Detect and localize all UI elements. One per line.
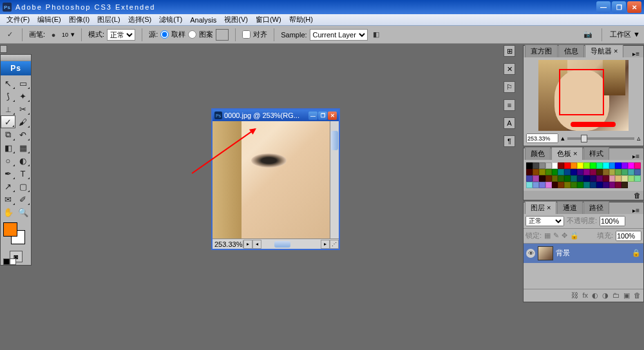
zoom-tool[interactable]: 🔍 (15, 206, 30, 219)
sample-select[interactable]: Current Layer (310, 29, 368, 41)
lock-move-icon[interactable]: ✥ (562, 231, 567, 240)
tab-channels[interactable]: 通道 (557, 201, 583, 214)
vertical-scrollbar[interactable] (330, 121, 339, 238)
swatch[interactable] (552, 182, 558, 188)
slice-tool[interactable]: ✂ (15, 102, 30, 115)
swatch[interactable] (533, 182, 539, 188)
swatch[interactable] (577, 162, 583, 169)
swatch[interactable] (539, 162, 545, 169)
swatch[interactable] (615, 175, 621, 182)
visibility-icon[interactable]: 👁 (526, 249, 535, 258)
dock-icon-1[interactable]: ⊞ (504, 45, 515, 57)
info-icon[interactable]: ▸ (243, 240, 252, 249)
swatch[interactable] (564, 175, 571, 182)
blur-tool[interactable]: ○ (1, 154, 15, 167)
stamp-tool[interactable]: ⧉ (1, 128, 15, 141)
trash-icon[interactable]: 🗑 (634, 191, 641, 199)
swatch[interactable] (628, 169, 634, 175)
doc-close-button[interactable]: ✕ (328, 112, 337, 120)
minimize-button[interactable]: — (596, 1, 611, 13)
swatch[interactable] (564, 162, 571, 169)
doc-minimize-button[interactable]: — (308, 112, 317, 120)
swatch[interactable] (621, 169, 628, 175)
swatch[interactable] (590, 182, 596, 188)
pen-tool[interactable]: ✒ (1, 167, 15, 180)
document-title-bar[interactable]: Ps 0000.jpg @ 253%(RG... — ❐ ✕ (213, 110, 339, 121)
brush-dropdown-icon[interactable]: ▾ (71, 30, 75, 39)
swatch[interactable] (558, 162, 564, 169)
panel-menu-icon[interactable]: ▸≡ (630, 50, 642, 57)
group-icon[interactable]: 🗀 (612, 291, 620, 299)
swatch[interactable] (615, 162, 621, 169)
swatch[interactable] (526, 162, 533, 169)
swatch[interactable] (577, 175, 583, 182)
swatch[interactable] (545, 182, 552, 188)
swatch[interactable] (558, 169, 564, 175)
notes-tool[interactable]: ✉ (1, 193, 15, 206)
type-tool[interactable]: T (15, 167, 30, 180)
tab-paths[interactable]: 路径 (583, 201, 609, 214)
swatch[interactable] (621, 162, 628, 169)
opacity-input[interactable] (600, 216, 625, 226)
swatch[interactable] (621, 175, 628, 182)
document-canvas[interactable] (213, 121, 339, 238)
swatch[interactable] (571, 182, 577, 188)
new-layer-icon[interactable]: ▣ (623, 291, 630, 300)
scroll-left-icon[interactable]: ◂ (252, 240, 261, 249)
swatch[interactable] (609, 182, 616, 188)
link-icon[interactable]: ⛓ (571, 291, 578, 299)
panel-menu-icon[interactable]: ▸≡ (630, 153, 642, 160)
foreground-color[interactable] (3, 222, 17, 237)
delete-icon[interactable]: 🗑 (634, 291, 641, 299)
dock-icon-6[interactable]: ¶ (504, 135, 515, 147)
menu-edit[interactable]: 编辑(E) (33, 15, 65, 24)
default-colors[interactable] (3, 258, 16, 265)
brush-preview-icon[interactable]: ● (48, 29, 59, 41)
swatch[interactable] (583, 175, 590, 182)
shape-tool[interactable]: ▢ (15, 180, 30, 193)
move-tool[interactable]: ↖ (1, 77, 15, 90)
swatch[interactable] (603, 162, 609, 169)
zoom-in-icon[interactable]: ▵ (637, 134, 641, 142)
lock-pixels-icon[interactable]: ▦ (544, 231, 551, 240)
close-button[interactable]: ✕ (627, 1, 641, 13)
path-tool[interactable]: ↗ (1, 180, 15, 193)
tab-info[interactable]: 信息 (558, 44, 584, 57)
fill-input[interactable] (616, 231, 641, 241)
swatch[interactable] (545, 175, 552, 182)
lock-brush-icon[interactable]: ✎ (553, 231, 559, 240)
swatch[interactable] (615, 182, 621, 188)
swatch[interactable] (583, 169, 590, 175)
resize-grip-icon[interactable]: ⋰ (330, 240, 339, 249)
swatch[interactable] (552, 169, 558, 175)
dock-icon-4[interactable]: ≡ (504, 99, 515, 111)
swatch[interactable] (552, 175, 558, 182)
menu-layer[interactable]: 图层(L) (93, 15, 124, 24)
lock-all-icon[interactable]: 🔒 (570, 231, 579, 240)
blend-mode-select[interactable]: 正常 (526, 216, 564, 226)
lasso-tool[interactable]: ⟆ (1, 90, 15, 102)
swatch[interactable] (571, 162, 577, 169)
tab-swatches[interactable]: 色板 × (551, 147, 583, 160)
swatch[interactable] (539, 182, 545, 188)
dock-icon-2[interactable]: ✕ (504, 63, 515, 75)
mask-icon[interactable]: ◐ (592, 291, 598, 300)
swatch[interactable] (583, 182, 590, 188)
navigator-thumbnail[interactable] (538, 60, 629, 131)
swatch[interactable] (634, 175, 641, 182)
bridge-icon[interactable]: 📷 (582, 29, 594, 41)
menu-help[interactable]: 帮助(H) (285, 15, 317, 24)
workspace-menu[interactable]: 工作区 ▼ (610, 30, 640, 39)
swatch[interactable] (539, 169, 545, 175)
fx-icon[interactable]: fx (582, 291, 588, 299)
scroll-right-icon[interactable]: ▸ (321, 240, 330, 249)
marquee-tool[interactable]: ▭ (15, 77, 30, 90)
layer-thumbnail[interactable] (538, 246, 553, 260)
tab-styles[interactable]: 样式 (583, 147, 609, 160)
align-checkbox[interactable] (242, 30, 251, 39)
doc-maximize-button[interactable]: ❐ (318, 112, 327, 120)
layer-name[interactable]: 背景 (556, 248, 570, 258)
toolbox-collapse-icon[interactable] (0, 45, 7, 53)
swatch[interactable] (609, 169, 616, 175)
menu-window[interactable]: 窗口(W) (252, 15, 285, 24)
